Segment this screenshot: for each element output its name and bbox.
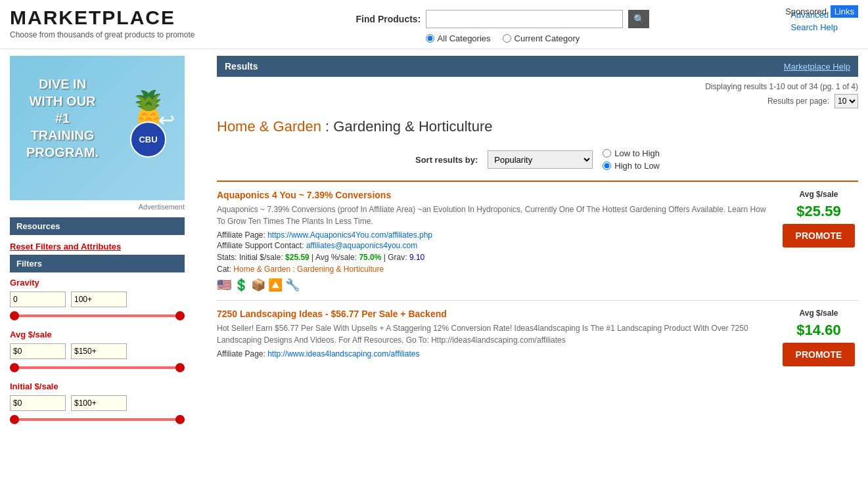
sponsored-links-badge[interactable]: Links (831, 5, 858, 18)
slider-fill (10, 418, 185, 421)
product-side: Avg $/sale $25.59 PROMOTE (779, 190, 858, 292)
aff-support-email: affiliates@aquaponics4you.com (306, 241, 417, 250)
per-page-label: Results per page: (767, 97, 829, 106)
initial-sale-max-input[interactable] (71, 395, 127, 411)
arrow-graphic: ↩ (158, 108, 175, 131)
product-info: Aquaponics 4 You ~ 7.39% Conversions Aqu… (217, 190, 769, 292)
stats-initial-label: Initial $/sale: (239, 253, 285, 262)
results-title: Results (225, 61, 258, 72)
search-button[interactable]: 🔍 (628, 10, 649, 28)
product-aff-page: Affiliate Page: https://www.Aquaponics4Y… (217, 230, 769, 240)
stats-initial-value: $25.59 (285, 253, 309, 262)
avg-sale-label: Avg $/sale (10, 330, 185, 339)
slider-handle-right[interactable] (175, 311, 185, 320)
product-item: Aquaponics 4 You ~ 7.39% Conversions Aqu… (217, 181, 858, 300)
sort-low-high-radio[interactable]: Low to High (603, 148, 660, 158)
slider-fill (10, 366, 185, 369)
product-description-2: Hot Seller! Earn $56.77 Per Sale With Up… (217, 322, 769, 346)
product-aff-support: Affiliate Support Contact: affiliates@aq… (217, 241, 769, 250)
sort-select[interactable]: Popularity Gravity Avg $/sale (488, 150, 593, 169)
initial-sale-label: Initial $/sale (10, 381, 185, 391)
cat-link[interactable]: Home & Garden : Gardening & Horticulture (233, 265, 384, 274)
avg-sale-label-1: Avg $/sale (800, 190, 838, 199)
category-heading: Home & Garden : Gardening & Horticulture (217, 118, 858, 135)
gravity-slider[interactable] (10, 311, 185, 320)
slider-handle-right[interactable] (175, 415, 185, 424)
sidebar: DIVE INWITH OUR#1 TRAININGPROGRAM. 🍍 CBU… (10, 56, 207, 433)
slider-handle-left[interactable] (10, 363, 19, 372)
sort-bar: Sort results by: Popularity Gravity Avg … (217, 148, 858, 171)
resources-header: Resources (10, 217, 185, 235)
slider-handle-left[interactable] (10, 311, 19, 320)
avg-sale-value-1: $25.59 (796, 203, 840, 220)
product-side-2: Avg $/sale $14.60 PROMOTE (779, 309, 858, 366)
gravity-min-input[interactable] (10, 292, 66, 307)
sort-high-low-label: High to Low (614, 161, 660, 171)
tagline: Choose from thousands of great products … (10, 30, 195, 39)
aff-page-url[interactable]: https://www.Aquaponics4You.com/affiliate… (267, 230, 432, 240)
sort-label: Sort results by: (415, 155, 478, 165)
avg-sale-filter: Avg $/sale (10, 330, 185, 372)
reset-filters-link[interactable]: Reset Filters and Attributes (10, 242, 185, 251)
dollar-icon: 💲 (234, 278, 248, 292)
avg-sale-slider[interactable] (10, 363, 185, 372)
per-page-select[interactable]: 10 20 50 (834, 94, 858, 108)
search-section: Find Products: 🔍 All Categories Current … (221, 10, 785, 43)
stats-grav-value: 9.10 (409, 253, 424, 262)
avg-sale-max-input[interactable] (71, 343, 127, 359)
current-category-label: Current Category (514, 33, 580, 43)
aff-page-label: Affiliate Page: (217, 230, 265, 240)
product-aff-page-2: Affiliate Page: http://www.ideas4landsca… (217, 349, 769, 358)
package-icon: 📦 (251, 278, 265, 292)
sponsored-section: Sponsored Links (785, 7, 858, 16)
product-description: Aquaponics ~ 7.39% Conversions (proof In… (217, 204, 769, 227)
per-page-row: Results per page: 10 20 50 (217, 94, 858, 108)
ad-text: DIVE INWITH OUR#1 TRAININGPROGRAM. (23, 76, 102, 161)
logo-section: MARKETPLACE Choose from thousands of gre… (10, 7, 195, 39)
advertisement-box: DIVE INWITH OUR#1 TRAININGPROGRAM. 🍍 CBU… (10, 56, 185, 200)
product-title-link-2[interactable]: 7250 Landscaping Ideas - $56.77 Per Sale… (217, 309, 447, 319)
initial-sale-slider[interactable] (10, 415, 185, 424)
display-count: Displaying results 1-10 out of 34 (pg. 1… (705, 82, 858, 91)
avg-sale-label-2: Avg $/sale (800, 309, 838, 318)
flag-icon: 🇺🇸 (217, 278, 231, 292)
gravity-filter: Gravity (10, 278, 185, 320)
marketplace-help-link[interactable]: Marketplace Help (784, 62, 850, 72)
slider-handle-right[interactable] (175, 363, 185, 372)
all-categories-radio[interactable]: All Categories (426, 33, 491, 43)
search-input[interactable] (426, 10, 623, 28)
sponsored-label: Sponsored (785, 7, 827, 16)
stats-avg-value: 75.0% (359, 253, 381, 262)
avg-sale-value-2: $14.60 (796, 322, 840, 339)
current-category-radio[interactable]: Current Category (503, 33, 580, 43)
stats-grav-label: Grav: (388, 253, 409, 262)
subcategory-name: Gardening & Horticulture (333, 118, 492, 135)
site-logo: MARKETPLACE (10, 7, 195, 29)
slider-fill (10, 314, 185, 317)
aff-page-url-2[interactable]: http://www.ideas4landscaping.com/affilia… (267, 349, 419, 358)
avg-sale-min-input[interactable] (10, 343, 66, 359)
aff-page-label-2: Affiliate Page: (217, 349, 265, 358)
sort-high-low-radio[interactable]: High to Low (603, 161, 660, 171)
aff-support-label: Affiliate Support Contact: (217, 241, 304, 250)
initial-sale-min-input[interactable] (10, 395, 66, 411)
product-info-2: 7250 Landscaping Ideas - $56.77 Per Sale… (217, 309, 769, 366)
product-item-2: 7250 Landscaping Ideas - $56.77 Per Sale… (217, 300, 858, 374)
product-title-link[interactable]: Aquaponics 4 You ~ 7.39% Conversions (217, 190, 391, 200)
slider-handle-left[interactable] (10, 415, 19, 424)
find-products-label: Find Products: (356, 14, 421, 24)
main-content: Results Marketplace Help Displaying resu… (217, 56, 858, 433)
category-separator: : (325, 118, 333, 135)
product-category: Cat: Home & Garden : Gardening & Horticu… (217, 265, 769, 274)
filters-header: Filters (10, 255, 185, 272)
cat-label: Cat: (217, 265, 231, 274)
promote-button-1[interactable]: PROMOTE (783, 224, 855, 248)
product-stats: Stats: Initial $/sale: $25.59 | Avg %/sa… (217, 253, 769, 262)
gravity-max-input[interactable] (71, 292, 127, 307)
product-icons: 🇺🇸 💲 📦 🔼 🔧 (217, 278, 769, 292)
promote-button-2[interactable]: PROMOTE (783, 343, 855, 366)
all-categories-label: All Categories (438, 33, 491, 43)
search-help-link[interactable]: Search Help (790, 22, 838, 32)
stats-avg-label: Avg %/sale: (315, 253, 359, 262)
initial-sale-filter: Initial $/sale (10, 381, 185, 424)
